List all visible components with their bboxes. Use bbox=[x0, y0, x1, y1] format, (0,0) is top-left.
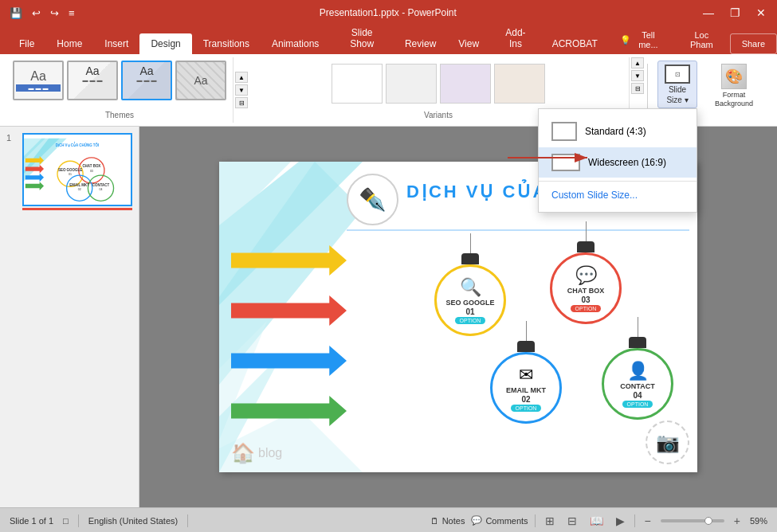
tell-me-btn[interactable]: 💡 Tell me... bbox=[609, 25, 673, 54]
pen-icon: ✒️ bbox=[347, 174, 398, 225]
zoom-in-btn[interactable]: + bbox=[731, 513, 744, 529]
svg-text:CHAT BOX: CHAT BOX bbox=[82, 164, 100, 168]
zoom-slider[interactable] bbox=[661, 519, 724, 522]
string-3 bbox=[526, 321, 527, 341]
ribbon-tab-bar: File Home Insert Design Transitions Anim… bbox=[0, 25, 777, 54]
ribbon-main-content: Aa ▬ ▬ ▬ Aa ▬ ▬ ▬ Aa ▬ ▬ ▬ Aa Them bbox=[0, 54, 777, 126]
zoom-out-btn[interactable]: − bbox=[642, 513, 654, 529]
slide-size-button[interactable]: ⊡ Slide Size ▾ bbox=[657, 61, 697, 108]
format-bg-label: Format Background bbox=[710, 91, 758, 108]
status-bar-right: 🗒 Notes 💬 Comments ⊞ ⊟ 📖 ▶ − + 59% bbox=[430, 513, 767, 529]
format-background-button[interactable]: 🎨 Format Background bbox=[704, 61, 764, 111]
share-btn[interactable]: Share bbox=[730, 33, 777, 54]
tab-animations[interactable]: Animations bbox=[261, 33, 330, 54]
email-label: EMAIL MKT bbox=[506, 386, 546, 394]
tab-acrobat[interactable]: ACROBAT bbox=[541, 33, 609, 54]
string-4 bbox=[638, 317, 638, 337]
slide-thumbnail-1[interactable]: DỊCH VỤ CỦA CHÚNG TÔI SEO GOOGLE 01 CHAT… bbox=[22, 133, 132, 206]
theme-thumb-3[interactable]: Aa ▬ ▬ ▬ bbox=[121, 61, 172, 100]
slide-count: Slide 1 of 1 bbox=[10, 516, 53, 526]
status-divider-3 bbox=[535, 514, 536, 527]
theme-thumb-4[interactable]: Aa bbox=[175, 61, 226, 100]
variant-2[interactable] bbox=[386, 64, 437, 104]
tab-file[interactable]: File bbox=[8, 33, 45, 54]
circle-email: ✉ EMAIL MKT 02 OPTION bbox=[490, 352, 562, 424]
themes-label: Themes bbox=[105, 108, 134, 119]
scroll-more-btn[interactable]: ⊟ bbox=[235, 97, 248, 108]
slide-number: 1 bbox=[6, 133, 19, 143]
themes-section: Aa ▬ ▬ ▬ Aa ▬ ▬ ▬ Aa ▬ ▬ ▬ Aa Them bbox=[6, 57, 233, 123]
svg-text:CONTACT: CONTACT bbox=[92, 183, 110, 187]
svg-text:01: 01 bbox=[69, 173, 72, 176]
clip-4 bbox=[629, 337, 646, 348]
widescreen-option[interactable]: Widescreen (16:9) bbox=[539, 147, 697, 178]
chat-num: 03 bbox=[581, 295, 590, 304]
notes-button[interactable]: 🗒 Notes bbox=[430, 516, 465, 526]
tab-insert[interactable]: Insert bbox=[93, 33, 139, 54]
title-underline bbox=[347, 229, 689, 231]
comments-button[interactable]: 💬 Comments bbox=[471, 515, 528, 526]
theme-thumb-1[interactable]: Aa ▬ ▬ ▬ bbox=[13, 61, 64, 100]
slide-size-dropdown: Standard (4:3) Widescreen (16:9) Custom … bbox=[538, 108, 697, 213]
clip-3 bbox=[517, 341, 535, 352]
seo-label: SEO GOOGLE bbox=[445, 299, 494, 307]
slide-size-format-section: ⊡ Slide Size ▾ Standard (4:3) bbox=[651, 57, 771, 123]
variant-1[interactable] bbox=[332, 64, 383, 104]
variant-scroll: ▲ ▼ ⊟ bbox=[631, 57, 644, 94]
clip-2 bbox=[577, 241, 595, 252]
tab-design[interactable]: Design bbox=[139, 33, 191, 54]
window-title: Presentation1.pptx - PowerPoint bbox=[320, 7, 457, 18]
variants-label: Variants bbox=[424, 108, 453, 119]
variant-scroll-more[interactable]: ⊟ bbox=[631, 83, 644, 94]
variant-3[interactable] bbox=[440, 64, 491, 104]
theme-thumb-2[interactable]: Aa ▬ ▬ ▬ bbox=[67, 61, 118, 100]
svg-text:EMAIL MKT: EMAIL MKT bbox=[69, 183, 89, 187]
slideshow-btn[interactable]: ▶ bbox=[613, 513, 628, 529]
notes-icon: 🗒 bbox=[430, 516, 439, 526]
variants-row bbox=[328, 61, 548, 107]
reading-view-btn[interactable]: 📖 bbox=[587, 513, 606, 529]
svg-text:04: 04 bbox=[99, 188, 102, 191]
svg-text:03: 03 bbox=[90, 170, 93, 173]
restore-btn[interactable]: ❐ bbox=[725, 5, 745, 21]
customize-btn[interactable]: ≡ bbox=[65, 6, 78, 21]
slide-size-icon: ⊡ bbox=[665, 65, 690, 84]
slide-sorter-btn[interactable]: ⊟ bbox=[564, 513, 580, 529]
slide-size-area: ⊡ Slide Size ▾ Standard (4:3) bbox=[657, 61, 697, 108]
tab-view[interactable]: View bbox=[447, 33, 490, 54]
svg-marker-9 bbox=[26, 182, 44, 190]
ornament-chat: 💬 CHAT BOX 03 OPTION bbox=[550, 221, 622, 324]
tab-transitions[interactable]: Transitions bbox=[192, 33, 261, 54]
widescreen-label: Widescreen (16:9) bbox=[588, 157, 666, 168]
minimize-btn[interactable]: — bbox=[698, 5, 719, 21]
scroll-down-btn[interactable]: ▼ bbox=[235, 84, 248, 96]
tab-slideshow[interactable]: Slide Show bbox=[330, 22, 394, 54]
tab-home[interactable]: Home bbox=[45, 33, 93, 54]
seo-icon: 🔍 bbox=[460, 277, 481, 298]
chat-badge: OPTION bbox=[571, 305, 602, 312]
thumbnail-svg: DỊCH VỤ CỦA CHÚNG TÔI SEO GOOGLE 01 CHAT… bbox=[24, 135, 131, 205]
standard-option[interactable]: Standard (4:3) bbox=[539, 115, 697, 147]
contact-badge: OPTION bbox=[622, 401, 653, 408]
undo-btn[interactable]: ↩ bbox=[29, 6, 44, 21]
redo-btn[interactable]: ↪ bbox=[47, 6, 62, 21]
arrow-blue bbox=[231, 346, 347, 376]
thumbnail-underline bbox=[22, 208, 132, 210]
chat-icon: 💬 bbox=[575, 265, 597, 286]
variant-4[interactable] bbox=[494, 64, 545, 104]
normal-view-btn[interactable]: ⊞ bbox=[542, 513, 558, 529]
save-btn[interactable]: 💾 bbox=[6, 6, 26, 21]
variant-scroll-down[interactable]: ▼ bbox=[631, 70, 644, 81]
tab-addins[interactable]: Add-Ins bbox=[490, 22, 541, 54]
close-btn[interactable]: ✕ bbox=[751, 5, 771, 21]
tab-review[interactable]: Review bbox=[394, 33, 447, 54]
title-bar-left: 💾 ↩ ↪ ≡ bbox=[6, 6, 78, 21]
theme-scroll-buttons: ▲ ▼ ⊟ bbox=[235, 57, 248, 123]
custom-slide-size-link[interactable]: Custom Slide Size... bbox=[539, 185, 697, 205]
status-bar-left: Slide 1 of 1 □ English (United States) bbox=[10, 514, 418, 527]
dropdown-divider bbox=[539, 181, 697, 182]
variant-scroll-up[interactable]: ▲ bbox=[631, 57, 644, 68]
circle-chat: 💬 CHAT BOX 03 OPTION bbox=[550, 252, 622, 324]
scroll-up-btn[interactable]: ▲ bbox=[235, 72, 248, 83]
seo-badge: OPTION bbox=[455, 317, 486, 324]
